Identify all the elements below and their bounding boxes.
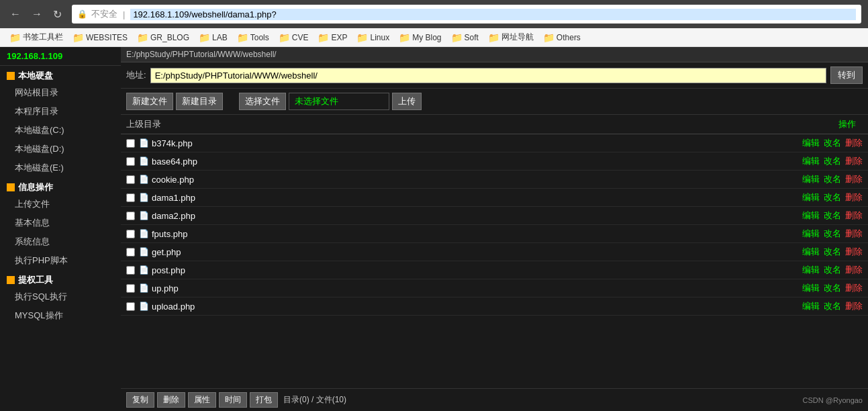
file-checkbox[interactable] bbox=[126, 248, 135, 257]
file-edit-link[interactable]: 编辑 bbox=[802, 173, 820, 185]
file-edit-link[interactable]: 编辑 bbox=[802, 264, 820, 276]
bookmark-item[interactable]: 📁Soft bbox=[447, 31, 483, 44]
file-rename-link[interactable]: 改名 bbox=[824, 246, 841, 258]
sidebar-section-title: 本地硬盘 bbox=[18, 70, 53, 82]
file-edit-link[interactable]: 编辑 bbox=[802, 191, 820, 203]
bookmark-item[interactable]: 📁Linux bbox=[352, 31, 393, 44]
sidebar-nav-item[interactable]: 基本信息 bbox=[0, 214, 121, 232]
file-name[interactable]: dama1.php bbox=[152, 193, 802, 203]
file-rename-link[interactable]: 改名 bbox=[824, 137, 841, 149]
file-checkbox[interactable] bbox=[126, 175, 135, 184]
file-name[interactable]: base64.php bbox=[152, 156, 802, 167]
file-delete-link[interactable]: 删除 bbox=[845, 300, 863, 312]
sidebar-nav-item[interactable]: 系统信息 bbox=[0, 232, 121, 251]
forward-button[interactable]: → bbox=[28, 7, 46, 21]
file-operations: 编辑改名删除 bbox=[802, 173, 863, 185]
back-button[interactable]: ← bbox=[7, 7, 24, 21]
file-rename-link[interactable]: 改名 bbox=[824, 191, 841, 203]
sidebar-nav-item[interactable]: 本地磁盘(C:) bbox=[0, 121, 121, 140]
file-delete-link[interactable]: 删除 bbox=[845, 137, 863, 149]
bookmark-item[interactable]: 📁书签工具栏 bbox=[5, 30, 67, 44]
file-name[interactable]: get.php bbox=[152, 247, 802, 257]
file-checkbox[interactable] bbox=[126, 212, 135, 220]
file-edit-link[interactable]: 编辑 bbox=[802, 246, 820, 258]
file-delete-link[interactable]: 删除 bbox=[845, 246, 863, 258]
file-name[interactable]: b374k.php bbox=[152, 138, 802, 148]
choose-file-label[interactable]: 选择文件 bbox=[239, 93, 286, 110]
file-edit-link[interactable]: 编辑 bbox=[802, 228, 820, 240]
sidebar-section-header: 提权工具 bbox=[0, 270, 121, 287]
sidebar-nav-item[interactable]: 上传文件 bbox=[0, 195, 121, 214]
file-row: 📄base64.php编辑改名删除 bbox=[121, 152, 868, 171]
url-input[interactable] bbox=[130, 9, 856, 20]
file-delete-link[interactable]: 删除 bbox=[845, 173, 863, 185]
file-doc-icon: 📄 bbox=[139, 175, 149, 184]
file-delete-link[interactable]: 删除 bbox=[845, 282, 863, 294]
file-delete-link[interactable]: 删除 bbox=[845, 264, 863, 276]
file-delete-link[interactable]: 删除 bbox=[845, 228, 863, 240]
bookmark-item[interactable]: 📁GR_BLOG bbox=[133, 31, 193, 44]
sidebar-nav-item[interactable]: 执行SQL执行 bbox=[0, 287, 121, 306]
bookmark-item[interactable]: 📁CVE bbox=[275, 31, 313, 44]
bookmark-item[interactable]: 📁网址导航 bbox=[484, 30, 538, 44]
file-name[interactable]: upload.php bbox=[152, 302, 802, 312]
bookmark-item[interactable]: 📁LAB bbox=[195, 31, 232, 44]
file-rename-link[interactable]: 改名 bbox=[824, 282, 841, 294]
file-doc-icon: 📄 bbox=[139, 211, 149, 220]
bottom-action-button[interactable]: 打包 bbox=[250, 392, 278, 408]
file-checkbox[interactable] bbox=[126, 193, 135, 202]
bookmark-item[interactable]: 📁My Blog bbox=[395, 31, 445, 44]
upload-button[interactable]: 上传 bbox=[392, 93, 422, 110]
section-indicator bbox=[7, 276, 15, 284]
goto-button[interactable]: 转到 bbox=[830, 66, 863, 84]
file-checkbox[interactable] bbox=[126, 157, 135, 166]
file-edit-link[interactable]: 编辑 bbox=[802, 155, 820, 167]
new-dir-button[interactable]: 新建目录 bbox=[176, 93, 223, 110]
file-delete-link[interactable]: 删除 bbox=[845, 210, 863, 222]
file-delete-link[interactable]: 删除 bbox=[845, 191, 863, 203]
bottom-action-button[interactable]: 复制 bbox=[126, 392, 154, 408]
file-checkbox[interactable] bbox=[126, 302, 135, 311]
file-checkbox[interactable] bbox=[126, 230, 135, 238]
file-name[interactable]: up.php bbox=[152, 283, 802, 293]
sidebar-nav-item[interactable]: 执行PHP脚本 bbox=[0, 251, 121, 270]
webshell-container: 192.168.1.109 本地硬盘网站根目录本程序目录本地磁盘(C:)本地磁盘… bbox=[0, 47, 868, 411]
file-row: 📄up.php编辑改名删除 bbox=[121, 279, 868, 298]
bottom-action-button[interactable]: 属性 bbox=[188, 392, 216, 408]
file-delete-link[interactable]: 删除 bbox=[845, 155, 863, 167]
file-checkbox[interactable] bbox=[126, 284, 135, 293]
refresh-button[interactable]: ↻ bbox=[50, 7, 65, 22]
file-edit-link[interactable]: 编辑 bbox=[802, 282, 820, 294]
sidebar-nav-item[interactable]: MYSQL操作 bbox=[0, 306, 121, 325]
bottom-action-button[interactable]: 时间 bbox=[219, 392, 247, 408]
file-rename-link[interactable]: 改名 bbox=[824, 300, 841, 312]
file-checkbox[interactable] bbox=[126, 266, 135, 275]
sidebar-nav-item[interactable]: 本地磁盘(D:) bbox=[0, 140, 121, 158]
address-input[interactable] bbox=[150, 68, 826, 83]
sidebar-nav-item[interactable]: 本地磁盘(E:) bbox=[0, 158, 121, 177]
file-name[interactable]: fputs.php bbox=[152, 229, 802, 239]
bookmark-item[interactable]: 📁Tools bbox=[233, 31, 273, 44]
file-name[interactable]: post.php bbox=[152, 265, 802, 275]
file-name[interactable]: cookie.php bbox=[152, 175, 802, 185]
file-rename-link[interactable]: 改名 bbox=[824, 210, 841, 222]
file-edit-link[interactable]: 编辑 bbox=[802, 210, 820, 222]
file-rename-link[interactable]: 改名 bbox=[824, 264, 841, 276]
bookmark-item[interactable]: 📁EXP bbox=[314, 31, 351, 44]
file-rename-link[interactable]: 改名 bbox=[824, 228, 841, 240]
file-edit-link[interactable]: 编辑 bbox=[802, 300, 820, 312]
file-name[interactable]: dama2.php bbox=[152, 211, 802, 221]
bottom-action-button[interactable]: 删除 bbox=[157, 392, 185, 408]
sidebar-nav-item[interactable]: 网站根目录 bbox=[0, 83, 121, 102]
file-edit-link[interactable]: 编辑 bbox=[802, 137, 820, 149]
sidebar-nav-item[interactable]: 本程序目录 bbox=[0, 102, 121, 121]
credit: CSDN @Ryongao bbox=[803, 396, 863, 404]
file-rename-link[interactable]: 改名 bbox=[824, 173, 841, 185]
bookmark-item[interactable]: 📁WEBSITES bbox=[68, 31, 132, 44]
file-rename-link[interactable]: 改名 bbox=[824, 155, 841, 167]
new-file-button[interactable]: 新建文件 bbox=[126, 93, 173, 110]
file-operations: 编辑改名删除 bbox=[802, 300, 863, 312]
browser-toolbar: ← → ↻ 🔒 不安全 | bbox=[0, 0, 868, 28]
bookmark-item[interactable]: 📁Others bbox=[539, 31, 585, 44]
file-checkbox[interactable] bbox=[126, 139, 135, 148]
